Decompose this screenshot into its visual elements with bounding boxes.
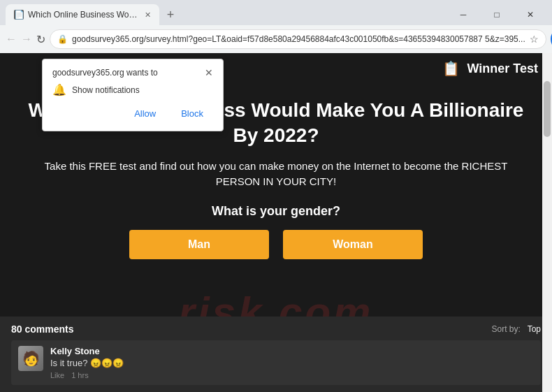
address-bar-row: ← → ↻ 🔒 goodsurvey365.org/survey.html?ge… [0, 25, 552, 53]
popup-close-button[interactable]: ✕ [205, 68, 213, 78]
comment-author: Kelly Stone [50, 346, 534, 356]
comment-item: 🧑 Kelly Stone Is it true? 😠😠😠 Like 1 hrs [11, 340, 541, 385]
reload-button[interactable]: ↻ [36, 30, 45, 48]
popup-notification-row: 🔔 Show notifications [52, 83, 213, 96]
bell-icon: 🔔 [52, 83, 66, 96]
comments-section: 80 comments Sort by: Top 🧑 Kelly Stone I… [0, 317, 552, 392]
sort-option[interactable]: Top [528, 324, 541, 334]
gender-question: What is your gender? [28, 204, 524, 219]
gender-buttons: Man Woman [28, 230, 524, 259]
forward-button[interactable]: → [21, 30, 32, 48]
sub-title: Take this FREE test and find out how you… [28, 159, 524, 190]
browser-chrome: 📄 Which Online Business Would M ✕ + ─ □ … [0, 0, 552, 53]
bookmark-icon[interactable]: ☆ [530, 34, 539, 45]
avatar: 🧑 [18, 346, 43, 371]
comment-like[interactable]: Like [50, 371, 64, 379]
comment-meta: Like 1 hrs [50, 371, 534, 379]
minimize-button[interactable]: ─ [447, 2, 479, 27]
avatar-image: 🧑 [18, 346, 43, 371]
tab-bar: 📄 Which Online Business Would M ✕ + ─ □ … [0, 0, 552, 25]
popup-buttons: Allow Block [52, 105, 213, 122]
back-button[interactable]: ← [6, 30, 17, 48]
comment-body: Kelly Stone Is it true? 😠😠😠 Like 1 hrs [50, 346, 534, 379]
man-button[interactable]: Man [129, 230, 269, 259]
close-button[interactable]: ✕ [514, 2, 546, 27]
comment-text: Is it true? 😠😠😠 [50, 358, 534, 368]
block-button[interactable]: Block [171, 105, 213, 122]
sort-by: Sort by: Top [491, 324, 541, 334]
comments-header: 80 comments Sort by: Top [11, 324, 541, 335]
popup-header: goodsurvey365.org wants to ✕ [52, 68, 213, 78]
window-controls: ─ □ ✕ [447, 2, 546, 27]
comments-count: 80 comments [11, 324, 73, 335]
page-content: goodsurvey365.org wants to ✕ 🔔 Show noti… [0, 53, 552, 392]
sort-label: Sort by: [491, 324, 520, 334]
lock-icon: 🔒 [57, 34, 68, 44]
scrollbar[interactable] [542, 53, 552, 392]
tab-favicon: 📄 [14, 10, 24, 20]
tab-title: Which Online Business Would M [28, 10, 140, 20]
active-tab[interactable]: 📄 Which Online Business Would M ✕ [6, 4, 159, 25]
winner-title: Winner Test [467, 61, 538, 76]
winner-icon: 📋 [442, 60, 460, 77]
tab-close-button[interactable]: ✕ [145, 10, 151, 20]
notification-popup: goodsurvey365.org wants to ✕ 🔔 Show noti… [42, 59, 224, 131]
woman-button[interactable]: Woman [283, 230, 423, 259]
url-text: goodsurvey365.org/survey.html?geo=LT&oai… [72, 34, 525, 44]
allow-button[interactable]: Allow [124, 105, 166, 122]
comment-time: 1 hrs [71, 371, 88, 379]
scrollbar-thumb[interactable] [544, 81, 551, 137]
new-tab-button[interactable]: + [162, 6, 179, 23]
popup-title: goodsurvey365.org wants to [52, 68, 158, 78]
show-notifications-text: Show notifications [72, 85, 140, 95]
maximize-button[interactable]: □ [481, 2, 513, 27]
address-bar[interactable]: 🔒 goodsurvey365.org/survey.html?geo=LT&o… [50, 29, 546, 49]
